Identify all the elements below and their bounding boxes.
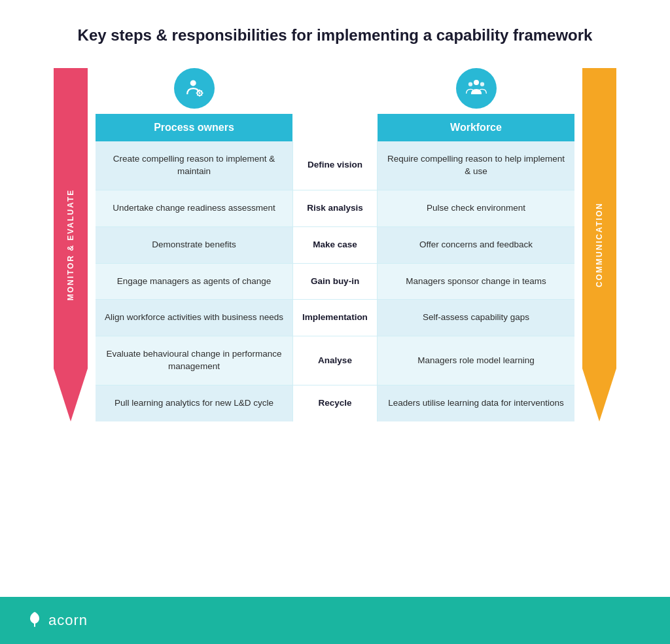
table-row: Evaluate behavioural change in performan…: [96, 336, 574, 385]
right-cell-0: Require compelling reason to help implem…: [378, 141, 574, 190]
diagram-area: MONITOR & EVALUATE: [54, 68, 616, 421]
right-cell-4: Self-assess capability gaps: [378, 300, 574, 336]
right-cell-1: Pulse check environment: [378, 190, 574, 226]
arrow-orange-bg: COMMUNICATION: [582, 68, 616, 421]
right-cell-2: Offer concerns and feedback: [378, 227, 574, 263]
table-row: Pull learning analytics for new L&D cycl…: [96, 385, 574, 421]
footer: acorn: [0, 597, 670, 644]
svg-line-8: [201, 95, 202, 96]
table-row: Engage managers as agents of change Gain…: [96, 264, 574, 300]
right-cell-3: Managers sponsor change in teams: [378, 264, 574, 300]
middle-cell-3: Gain buy-in: [292, 264, 378, 300]
left-cell-3: Engage managers as agents of change: [96, 264, 292, 300]
left-cell-0: Create compelling reason to implement & …: [96, 141, 292, 190]
left-arrow-label: MONITOR & EVALUATE: [66, 189, 75, 301]
footer-logo-text: acorn: [48, 612, 88, 629]
middle-cell-4: Implementation: [292, 300, 378, 336]
svg-point-0: [190, 80, 196, 86]
page-title: Key steps & responsibilities for impleme…: [78, 26, 593, 45]
acorn-logo-icon: [26, 610, 43, 631]
table-row: Undertake change readiness assessment Ri…: [96, 190, 574, 227]
middle-cell-0: Define vision: [292, 141, 378, 190]
framework-table: Process owners Workforce Create compelli…: [96, 68, 574, 421]
right-arrow-label: COMMUNICATION: [595, 202, 604, 287]
arrow-pink-bg: MONITOR & EVALUATE: [54, 68, 88, 421]
table-row: Create compelling reason to implement & …: [96, 141, 574, 190]
icon-row: [96, 68, 574, 114]
svg-point-12: [468, 82, 472, 86]
workforce-icon-cell: [378, 68, 574, 114]
middle-cell-2: Make case: [292, 227, 378, 263]
communication-arrow: COMMUNICATION: [582, 68, 616, 421]
svg-point-11: [473, 80, 478, 85]
left-cell-2: Demonstrate benefits: [96, 227, 292, 263]
process-owner-icon: [183, 77, 206, 100]
left-cell-4: Align workforce activities with business…: [96, 300, 292, 336]
acorn-leaf-icon: [26, 610, 43, 627]
workforce-header: Workforce: [378, 114, 574, 141]
monitor-evaluate-arrow: MONITOR & EVALUATE: [54, 68, 88, 421]
workforce-icon-circle: [456, 68, 497, 109]
table-row: Align workforce activities with business…: [96, 300, 574, 336]
svg-line-7: [197, 91, 198, 92]
middle-cell-6: Recycle: [292, 385, 378, 421]
middle-cell-5: Analyse: [292, 336, 378, 385]
svg-point-13: [480, 82, 484, 86]
right-cell-6: Leaders utilise learning data for interv…: [378, 385, 574, 421]
left-cell-1: Undertake change readiness assessment: [96, 190, 292, 226]
workforce-icon: [465, 77, 488, 100]
table-row: Demonstrate benefits Make case Offer con…: [96, 227, 574, 264]
middle-header: [292, 114, 378, 141]
process-owner-header: Process owners: [96, 114, 292, 141]
svg-line-10: [201, 91, 202, 92]
svg-line-9: [197, 95, 198, 96]
middle-icon-spacer: [292, 68, 378, 114]
main-content: Key steps & responsibilities for impleme…: [0, 0, 670, 597]
right-cell-5: Managers role model learning: [378, 336, 574, 385]
process-owner-icon-cell: [96, 68, 292, 114]
footer-logo: acorn: [26, 610, 88, 631]
header-row: Process owners Workforce: [96, 114, 574, 141]
process-owner-icon-circle: [174, 68, 215, 109]
left-cell-6: Pull learning analytics for new L&D cycl…: [96, 385, 292, 421]
svg-point-2: [198, 92, 200, 94]
left-cell-5: Evaluate behavioural change in performan…: [96, 336, 292, 385]
middle-cell-1: Risk analysis: [292, 190, 378, 226]
